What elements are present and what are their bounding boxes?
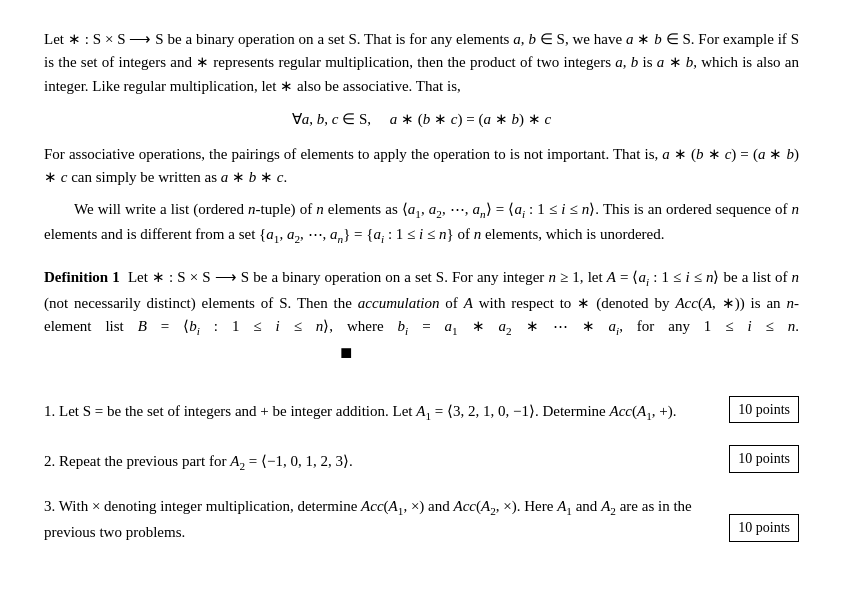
- problem-2-inner: 2. Repeat the previous part for A2 = ⟨−1…: [44, 445, 799, 475]
- problem-2-row: 2. Repeat the previous part for A2 = ⟨−1…: [44, 445, 799, 475]
- problem-2-points: 10 points: [729, 445, 799, 473]
- definition-block: Definition 1 Let ∗ : S × S ⟶ S be a bina…: [44, 266, 799, 363]
- problem-3-inner: 3. With × denoting integer multiplicatio…: [44, 495, 799, 544]
- problem-3-body: 3. With × denoting integer multiplicatio…: [44, 495, 729, 544]
- problem-1-inner: 1. Let S = be the set of integers and + …: [44, 396, 799, 426]
- problem-2-content: 2. Repeat the previous part for A2 = ⟨−1…: [44, 445, 799, 475]
- problem-1-points: 10 points: [729, 396, 799, 424]
- problem-2-body: 2. Repeat the previous part for A2 = ⟨−1…: [44, 450, 729, 475]
- page: Let ∗ : S × S ⟶ S be a binary operation …: [44, 28, 799, 544]
- problem-1-content: 1. Let S = be the set of integers and + …: [44, 396, 799, 426]
- problem-3-points: 10 points: [729, 514, 799, 542]
- problem-1-body: 1. Let S = be the set of integers and + …: [44, 400, 729, 425]
- para2-list: We will write a list (ordered n-tuple) o…: [44, 198, 799, 249]
- problem-1-number: 1.: [44, 403, 59, 419]
- definition-text: Definition 1 Let ∗ : S × S ⟶ S be a bina…: [44, 266, 799, 363]
- problems-section: 1. Let S = be the set of integers and + …: [44, 396, 799, 544]
- problem-2-number: 2.: [44, 453, 59, 469]
- problem-3-number: 3.: [44, 498, 59, 514]
- para2: For associative operations, the pairings…: [44, 143, 799, 190]
- intro-paragraph: Let ∗ : S × S ⟶ S be a binary operation …: [44, 28, 799, 98]
- problem-3-row: 3. With × denoting integer multiplicatio…: [44, 495, 799, 544]
- display-math-1: ∀a, b, c ∈ S, a ∗ (b ∗ c) = (a ∗ b) ∗ c: [44, 108, 799, 131]
- problem-3-content: 3. With × denoting integer multiplicatio…: [44, 495, 799, 544]
- problem-1-row: 1. Let S = be the set of integers and + …: [44, 396, 799, 426]
